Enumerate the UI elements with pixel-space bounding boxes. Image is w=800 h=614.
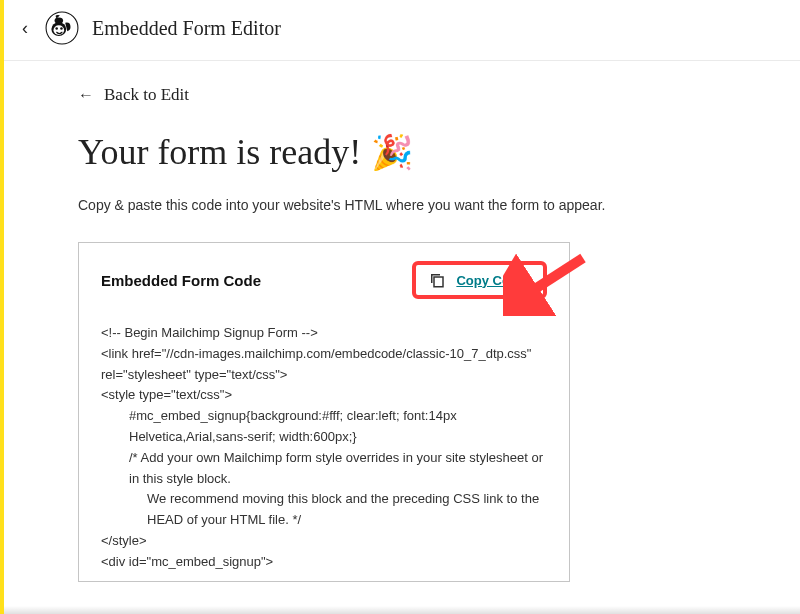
svg-rect-6 xyxy=(434,277,443,287)
code-card-label: Embedded Form Code xyxy=(101,272,261,289)
instructions-text: Copy & paste this code into your website… xyxy=(78,195,618,216)
mailchimp-logo-icon xyxy=(44,10,80,46)
back-to-edit-link[interactable]: ← Back to Edit xyxy=(78,85,748,105)
svg-point-5 xyxy=(55,17,64,23)
ready-heading: Your form is ready! 🎉 xyxy=(78,131,748,173)
page-title: Embedded Form Editor xyxy=(92,17,281,40)
copy-code-button[interactable]: Copy Code xyxy=(456,273,525,288)
ready-heading-text: Your form is ready! xyxy=(78,131,361,173)
code-line: <link href="//cdn-images.mailchimp.com/e… xyxy=(101,346,531,382)
code-card-header: Embedded Form Code Copy Code xyxy=(101,261,547,299)
party-popper-icon: 🎉 xyxy=(371,132,413,172)
code-snippet[interactable]: <!-- Begin Mailchimp Signup Form --> <li… xyxy=(101,323,547,573)
back-chevron-icon[interactable]: ‹ xyxy=(18,14,32,43)
svg-point-4 xyxy=(60,27,63,30)
back-to-edit-label: Back to Edit xyxy=(104,85,189,105)
page-container: ‹ Embedded Form Editor ← Back to Edit Yo… xyxy=(4,0,800,614)
code-line: <!-- Begin Mailchimp Signup Form --> xyxy=(101,325,318,340)
svg-point-3 xyxy=(55,27,58,30)
back-arrow-icon: ← xyxy=(78,86,94,104)
code-line: /* Add your own Mailchimp form style ove… xyxy=(101,448,547,490)
code-line: <style type="text/css"> xyxy=(101,387,232,402)
main-content: ← Back to Edit Your form is ready! 🎉 Cop… xyxy=(4,61,800,582)
copy-code-highlight: Copy Code xyxy=(412,261,547,299)
left-accent-stripe xyxy=(0,0,4,614)
code-line: We recommend moving this block and the p… xyxy=(101,489,547,531)
code-line: </style> xyxy=(101,533,147,548)
copy-icon xyxy=(428,271,446,289)
code-line: <div id="mc_embed_signup"> xyxy=(101,554,273,569)
embedded-code-card: Embedded Form Code Copy Code <!-- Begin … xyxy=(78,242,570,582)
top-bar: ‹ Embedded Form Editor xyxy=(4,0,800,61)
code-line: #mc_embed_signup{background:#fff; clear:… xyxy=(101,406,547,448)
